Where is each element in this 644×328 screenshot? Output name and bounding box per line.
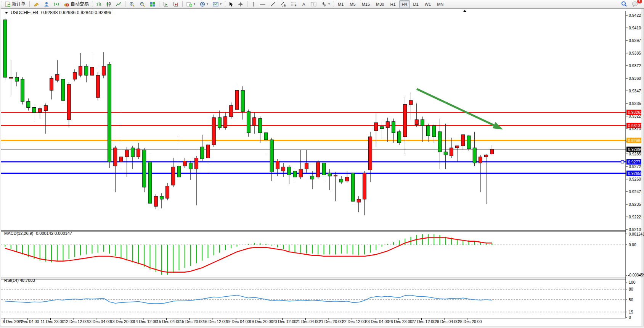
signal-button[interactable] [52, 0, 61, 8]
toolbar-separator [182, 1, 183, 7]
price-axis-label: 0.92225 [629, 215, 643, 219]
vertical-line-button[interactable] [249, 0, 257, 8]
candles-layer [3, 18, 494, 215]
equidistant-channel-button[interactable]: E [278, 0, 288, 8]
bar-chart-button[interactable] [94, 0, 103, 8]
tile-windows-icon [150, 2, 155, 7]
time-axis-label: 16 Dec 12:00 [203, 319, 227, 324]
candle-body-up [485, 155, 488, 157]
candle-body-down [432, 126, 436, 137]
new-order-button[interactable]: 新订单 [3, 0, 27, 8]
chart-canvas[interactable]: 0.942250.941000.939750.938500.937250.936… [1, 9, 644, 326]
candle-body-down [311, 176, 314, 179]
dropdown-caret-icon: ▾ [220, 2, 222, 6]
chart-title: USDCHF-,H4 [11, 10, 39, 15]
time-axis-label: 22 Dec 12:00 [342, 319, 366, 324]
price-axis-label: 0.94100 [629, 26, 643, 30]
cursor-button[interactable] [227, 0, 235, 8]
trend-arrow-shaft[interactable] [417, 89, 494, 125]
chart-shift-button[interactable] [171, 0, 180, 8]
candle-chart-button[interactable] [104, 0, 113, 8]
text-label-button[interactable]: T [309, 0, 319, 8]
price-axis-label: 0.92600 [629, 177, 643, 181]
timeframe-button-H4[interactable]: H4 [399, 0, 410, 8]
candle-body-down [264, 133, 268, 140]
candle-body-up [403, 105, 407, 137]
candle-body-down [438, 132, 442, 152]
template-button[interactable]: ▾ [211, 0, 223, 8]
timeframe-button-D1[interactable]: D1 [411, 0, 421, 8]
timeframe-button-H1[interactable]: H1 [387, 0, 398, 8]
bar-chart-icon [96, 2, 101, 7]
tile-windows-button[interactable] [148, 0, 157, 8]
candle-body-down [259, 119, 262, 133]
candle-body-up [305, 163, 308, 169]
price-axis-label: 0.92725 [629, 164, 643, 169]
time-axis[interactable]: 8 Dec 20229 Dec 04:0011 Dec 23:0012 Dec … [3, 318, 482, 324]
svg-text:E: E [284, 4, 286, 7]
timeframe-button-W1[interactable]: W1 [422, 0, 434, 8]
candle-body-up [50, 78, 53, 90]
zoom-in-icon [129, 2, 135, 7]
macd-pane[interactable] [1, 234, 626, 275]
zoom-in-button[interactable] [127, 0, 137, 8]
highlighter-button[interactable] [32, 0, 41, 8]
candle-body-up [253, 118, 256, 126]
timeframe-button-M1[interactable]: M1 [335, 0, 346, 8]
highlighter-icon [34, 2, 39, 7]
add-indicator-icon [186, 2, 192, 7]
crosshair-button[interactable] [236, 0, 245, 8]
candle-body-down [189, 163, 192, 169]
dropdown-caret-icon: ▾ [328, 2, 330, 6]
time-axis-label: 28 Dec 04:00 [435, 319, 459, 324]
time-axis-label: 20 Dec 12:00 [273, 319, 297, 324]
candle-body-up [154, 196, 157, 206]
toolbar-grip[interactable] [92, 2, 93, 7]
macd-label: MACD(12,26,9) -0.000142 0.000147 [4, 231, 72, 236]
candle-body-up [212, 118, 215, 145]
toolbar-grip[interactable] [225, 2, 226, 7]
zoom-out-button[interactable] [138, 0, 147, 8]
toolbar-grip[interactable] [333, 2, 334, 7]
hline-handle[interactable] [621, 160, 624, 163]
auto-scroll-button[interactable] [161, 0, 170, 8]
trendline-button[interactable] [268, 0, 278, 8]
candle-body-down [328, 173, 331, 176]
timeframe-button-M30[interactable]: M30 [373, 0, 387, 8]
horizontal-line-button[interactable] [258, 0, 268, 8]
profile-button[interactable] [42, 0, 51, 8]
arrows-button[interactable]: ▾ [320, 0, 332, 8]
horizontal-lines-layer[interactable] [1, 112, 626, 173]
period-button[interactable]: ▾ [198, 0, 210, 8]
fibonacci-button[interactable]: F [289, 0, 299, 8]
timeframe-button-MN[interactable]: MN [434, 0, 446, 8]
add-indicator-button[interactable]: ▾ [185, 0, 197, 8]
timeframe-button-M15[interactable]: M15 [359, 0, 373, 8]
timeframe-button-M5[interactable]: M5 [347, 0, 358, 8]
timeframe-group: M1M5M15M30H1H4D1W1MN [335, 0, 446, 8]
candle-body-down [32, 108, 36, 113]
line-chart-icon [116, 2, 121, 7]
chart-window: 0.942250.941000.939750.938500.937250.936… [1, 8, 644, 326]
price-axis-label: 0.92475 [629, 189, 643, 194]
candle-body-up [125, 150, 128, 157]
toolbar-grip[interactable] [1, 2, 2, 7]
rsi-scale-label: 0 [629, 315, 631, 320]
candle-body-up [114, 148, 117, 166]
candle-body-down [322, 163, 326, 175]
search-button[interactable] [619, 0, 629, 8]
trend-arrow[interactable] [417, 89, 503, 129]
time-axis-label: 13 Dec 20:00 [110, 319, 134, 324]
auto-trading-button[interactable]: 自动交易 [62, 0, 91, 8]
candle-body-up [409, 100, 413, 105]
rsi-pane[interactable] [1, 289, 626, 312]
candle-body-up [137, 149, 140, 157]
macd-scale-top: 0.001241 [629, 232, 644, 236]
line-chart-button[interactable] [114, 0, 123, 8]
time-axis-label: 28 Dec 20:00 [458, 319, 482, 324]
symbol-dropdown-icon[interactable] [5, 12, 8, 14]
signal-icon [54, 2, 59, 7]
text-button[interactable]: A [300, 0, 308, 8]
chat-button[interactable]: 1 [630, 0, 640, 8]
toolbar-separator [125, 1, 125, 7]
